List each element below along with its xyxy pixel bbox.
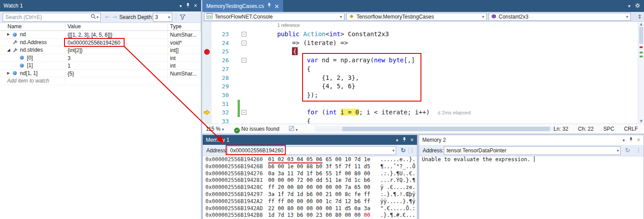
memory2-header[interactable]: Memory 2 ▾ × bbox=[419, 135, 644, 145]
window-position-icon[interactable]: ▾ bbox=[623, 138, 625, 143]
outline-collapse-icon[interactable]: − bbox=[242, 58, 246, 63]
watch-row[interactable]: ▶nd{[[1, 2, 3], [4, 5, 6]]}NumShar... bbox=[0, 31, 201, 39]
toolbar-overflow-icon[interactable]: ⋮ bbox=[409, 147, 415, 153]
memory-row[interactable]: 0x000002556B19428Cff 20 00 80 00 00 00 0… bbox=[205, 184, 417, 191]
code-line[interactable]: 28 {1, 2, 3}, bbox=[202, 74, 638, 83]
tab-overflow-icon[interactable]: ▾ bbox=[628, 4, 630, 8]
code-line[interactable]: 26− var nd = np.array(new byte[,] bbox=[202, 56, 638, 65]
memory-row[interactable]: 0x000002556B1942760a 3a 11 7d 1f b6 55 1… bbox=[205, 170, 417, 177]
search-input[interactable] bbox=[3, 14, 91, 20]
issues-indicator[interactable]: ✓ No issues found bbox=[234, 126, 279, 133]
status-line[interactable]: Ln: 32 bbox=[553, 126, 568, 132]
memory-bytes: 1d 7d 13 b6 00 23 00 80 00 00 00 bbox=[268, 212, 380, 219]
window-position-icon[interactable]: ▾ bbox=[396, 138, 398, 143]
vertical-scrollbar[interactable]: ▲ ▼ bbox=[638, 22, 644, 124]
refresh-icon[interactable]: ↻ bbox=[625, 147, 630, 154]
code-line[interactable]: 30 }); bbox=[202, 91, 638, 100]
watch-row[interactable]: nd.Address0x000002556b194260void* bbox=[0, 39, 201, 47]
gear-icon[interactable] bbox=[635, 3, 640, 10]
breakpoint-icon[interactable] bbox=[204, 49, 210, 55]
status-column[interactable]: Ch: 22 bbox=[578, 126, 594, 132]
memory-row[interactable]: 0x000002556B1942A2ff ff 00 00 00 00 1c 7… bbox=[205, 198, 417, 205]
scrollbar-thumb[interactable] bbox=[342, 127, 550, 131]
type-combo[interactable]: Tensorflow.MemoryTestingCases ▾ bbox=[346, 13, 487, 21]
forward-arrow-icon[interactable]: → bbox=[112, 14, 117, 20]
code-line[interactable]: 29 {4, 5, 6} bbox=[202, 82, 638, 91]
close-icon[interactable]: × bbox=[274, 4, 280, 9]
window-position-icon[interactable]: ▾ bbox=[180, 4, 182, 8]
address-input[interactable] bbox=[444, 147, 617, 154]
pin-icon[interactable] bbox=[186, 3, 190, 9]
watch-type: int bbox=[168, 54, 201, 62]
memory-dump[interactable]: 0x000002556B19426001 02 03 04 05 06 65 0… bbox=[205, 156, 417, 219]
chevron-down-icon[interactable]: ▾ bbox=[617, 148, 619, 153]
code-line[interactable]: 31 bbox=[202, 100, 638, 109]
scroll-up-icon[interactable]: ▲ bbox=[638, 22, 644, 26]
status-line-ending[interactable]: CRLF bbox=[624, 126, 638, 132]
status-spaces[interactable]: SPC bbox=[603, 126, 614, 132]
expander-collapsed-icon[interactable]: ▶ bbox=[7, 31, 13, 38]
back-arrow-icon[interactable]: ← bbox=[105, 14, 110, 20]
outline-collapse-icon[interactable]: − bbox=[242, 110, 246, 115]
search-options-icon[interactable]: ▾ bbox=[96, 15, 98, 19]
code-cleanup-button[interactable]: ▾ bbox=[289, 126, 298, 132]
address-combo[interactable]: ▾ bbox=[444, 146, 621, 155]
memory2-message-area[interactable]: Unable to evaluate the expression. bbox=[422, 156, 642, 162]
filter-icon[interactable] bbox=[180, 14, 186, 21]
column-header-value[interactable]: Value bbox=[65, 23, 168, 30]
chevron-down-icon[interactable]: ▾ bbox=[392, 148, 394, 153]
watch-row[interactable]: [0]3int bbox=[0, 54, 201, 62]
scroll-down-icon[interactable]: ▼ bbox=[638, 119, 644, 123]
address-input[interactable] bbox=[228, 147, 392, 154]
line-number: 23 bbox=[212, 30, 229, 39]
member-combo[interactable]: Constant2x3 ▾ bbox=[489, 13, 631, 21]
column-header-name[interactable]: Name bbox=[0, 23, 65, 30]
memory-row[interactable]: 0x000002556B1942AD22 00 80 00 00 00 00 1… bbox=[205, 205, 417, 212]
memory-row[interactable]: 0x000002556B19426Bb6 00 1e 00 88 b0 3f 5… bbox=[205, 163, 417, 170]
code-line[interactable]: 33 { bbox=[202, 117, 638, 124]
watch-header[interactable]: Watch 1 ▾ × bbox=[0, 0, 201, 11]
watch-row[interactable]: ◢nd.strides{int[2]}int[] bbox=[0, 46, 201, 54]
address-combo[interactable]: ▾ bbox=[227, 146, 396, 155]
memory-row[interactable]: 0x000002556B1942973a 1f 7d 1d b6 00 21 0… bbox=[205, 191, 417, 198]
project-combo[interactable]: C# TensorFlowNET.Console ▾ bbox=[204, 13, 345, 21]
watch-search-box[interactable]: ▾ bbox=[3, 13, 101, 22]
watch-row[interactable]: [1]1int bbox=[0, 62, 201, 70]
code-line[interactable]: 25 { bbox=[202, 47, 638, 56]
toolbar-overflow-icon[interactable]: ⋮ bbox=[636, 147, 641, 153]
scroll-mark-change bbox=[640, 56, 643, 57]
memory1-header[interactable]: Memory 1 ▾ × bbox=[203, 135, 417, 145]
memory-row[interactable]: 0x000002556B1942B81d 7d 13 b6 00 23 00 8… bbox=[205, 212, 417, 219]
zoom-select[interactable]: 115 % ▾ bbox=[206, 126, 224, 132]
outline-collapse-icon[interactable]: − bbox=[242, 32, 246, 37]
outline-collapse-icon[interactable]: − bbox=[242, 41, 246, 45]
line-number: 24 bbox=[212, 39, 229, 48]
tab-memorytestingcases[interactable]: MemoryTestingCases.cs × bbox=[202, 0, 283, 12]
scrollbar-thumb[interactable] bbox=[639, 27, 643, 44]
watch-row[interactable]: ▶nd[1, 1]{5}NumShar... bbox=[0, 70, 201, 78]
memory-row[interactable]: 0x000002556B19426001 02 03 04 05 06 65 0… bbox=[205, 156, 417, 163]
code-line[interactable]: 27 { bbox=[202, 65, 638, 74]
split-window-icon[interactable]: ↕ bbox=[637, 14, 642, 20]
watch-row[interactable]: Add item to watch bbox=[0, 77, 201, 85]
search-icon[interactable] bbox=[91, 14, 96, 21]
watch-type bbox=[168, 77, 201, 85]
refresh-icon[interactable]: ↻ bbox=[401, 147, 406, 154]
close-icon[interactable]: × bbox=[410, 137, 414, 143]
pin-icon[interactable] bbox=[267, 3, 271, 9]
expander-collapsed-icon[interactable]: ▶ bbox=[7, 70, 13, 77]
code-area[interactable]: 1 reference 23− public Action<int> Const… bbox=[202, 22, 644, 124]
close-icon[interactable]: × bbox=[194, 3, 197, 8]
pin-icon[interactable] bbox=[402, 137, 406, 143]
horizontal-scrollbar[interactable] bbox=[315, 126, 556, 132]
close-icon[interactable]: × bbox=[637, 137, 640, 143]
expander-expanded-icon[interactable]: ◢ bbox=[7, 46, 13, 53]
memory-row[interactable]: 0x000002556B19428100 00 00 72 00 dd 51 1… bbox=[205, 177, 417, 184]
code-line[interactable]: 24− => (iterate) => bbox=[202, 39, 638, 48]
search-depth-select[interactable]: 3 ▾ bbox=[153, 13, 172, 22]
codelens-references[interactable]: 1 reference bbox=[277, 23, 300, 28]
code-line[interactable]: 23− public Action<int> Constant2x3 bbox=[202, 30, 638, 39]
pin-icon[interactable] bbox=[629, 137, 633, 143]
column-header-type[interactable]: Type bbox=[168, 23, 201, 30]
code-line[interactable]: 32− for (int i = 0; i < iterate; i++)≤ 2… bbox=[202, 108, 638, 117]
